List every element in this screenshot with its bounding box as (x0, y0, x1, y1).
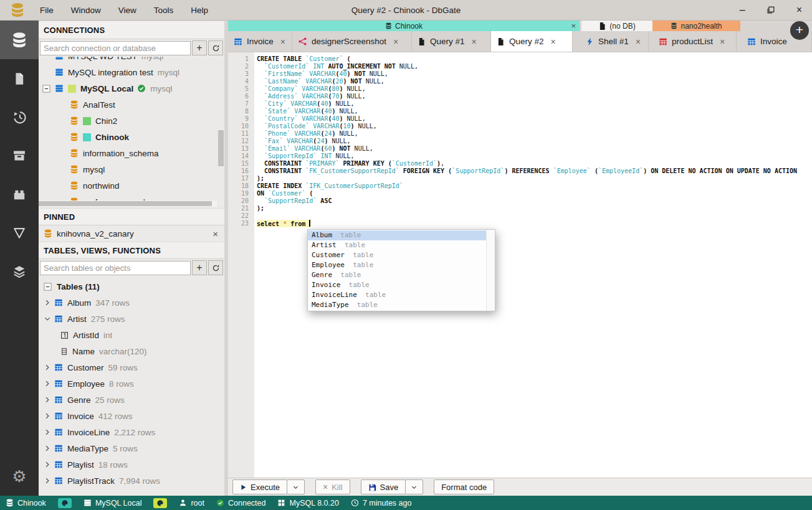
menu-file[interactable]: File (40, 6, 54, 15)
tab-group-no-db[interactable]: (no DB) (581, 21, 652, 31)
execute-button[interactable]: Execute (232, 479, 287, 494)
rail-databases[interactable] (0, 21, 39, 59)
autocomplete-item-genre[interactable]: Genre table (308, 270, 495, 280)
status-chinook[interactable]: Chinook (6, 499, 46, 508)
table-item-tables-11[interactable]: Tables (11) (39, 278, 224, 295)
menu-tools[interactable]: Tools (154, 6, 174, 15)
table-item-playlist[interactable]: Playlist18 rows (39, 456, 224, 473)
chevron-right-icon[interactable] (44, 396, 54, 404)
menu-help[interactable]: Help (191, 6, 208, 15)
connection-item-mysql-wd-test[interactable]: MYSQL WD TESTmysql (39, 57, 224, 64)
close-tab-icon[interactable]: × (551, 37, 556, 47)
rail-archive[interactable] (0, 136, 39, 175)
connection-item-analtest[interactable]: AnalTest (39, 97, 224, 113)
minimize-icon[interactable]: – (740, 5, 745, 15)
status-7-minutes-ago[interactable]: 7 minutes ago (351, 499, 412, 508)
table-item-artist[interactable]: Artist275 rows (39, 311, 224, 327)
status-root[interactable]: root (179, 499, 204, 508)
collapse-minus-icon[interactable] (42, 85, 50, 93)
rail-files[interactable] (0, 59, 39, 98)
autocomplete-item-invoice[interactable]: Invoice table (308, 280, 495, 290)
refresh-tables-button[interactable] (208, 260, 223, 275)
autocomplete-item-mediatype[interactable]: MediaType table (308, 300, 495, 310)
rail-query-designer[interactable] (0, 214, 39, 252)
autocomplete-item-artist[interactable]: Artist table (308, 240, 495, 250)
autocomplete-item-customer[interactable]: Customer table (308, 250, 495, 260)
menu-view[interactable]: View (118, 6, 136, 15)
table-item-invoiceline[interactable]: InvoiceLine2,212 rows (39, 424, 224, 440)
rail-cells[interactable] (0, 252, 39, 291)
table-item-employee[interactable]: Employee8 rows (39, 375, 224, 392)
collapse-minus-icon[interactable] (44, 283, 52, 291)
table-item-album[interactable]: Album347 rows (39, 295, 224, 311)
table-item-invoice[interactable]: Invoice412 rows (39, 408, 224, 424)
autocomplete-item-employee[interactable]: Employee table (308, 260, 495, 270)
add-connection-button[interactable]: + (192, 40, 207, 55)
connection-item-mysql[interactable]: mysql (39, 161, 224, 177)
connection-item-northwind[interactable]: northwind (39, 177, 224, 194)
close-tab-icon[interactable]: × (393, 37, 398, 47)
format-code-button[interactable]: Format code (434, 479, 494, 494)
chevron-right-icon[interactable] (44, 299, 54, 306)
tab-query-2[interactable]: Query #2× (491, 31, 573, 52)
chevron-right-icon[interactable] (44, 445, 54, 452)
close-tab-icon[interactable]: × (280, 37, 285, 47)
table-item-customer[interactable]: Customer59 rows (39, 359, 224, 375)
chevron-right-icon[interactable] (44, 477, 54, 484)
connection-item-mysql-local[interactable]: MySQL Localmysql (39, 80, 224, 97)
chevron-right-icon[interactable] (44, 364, 54, 371)
rail-settings[interactable]: ⚙ (0, 457, 39, 496)
chevron-right-icon[interactable] (44, 380, 54, 387)
connections-search-input[interactable] (40, 41, 191, 55)
chevron-right-icon[interactable] (44, 428, 54, 436)
connection-item-information-schema[interactable]: information_schema (39, 145, 224, 161)
rail-plugins[interactable] (0, 175, 39, 214)
close-group-icon[interactable]: × (571, 21, 576, 31)
menu-window[interactable]: Window (71, 6, 101, 15)
tab-group-chinook[interactable]: Chinook× (228, 21, 580, 31)
chevron-right-icon[interactable] (44, 461, 54, 468)
close-tab-icon[interactable]: × (472, 37, 477, 47)
tab-invoice[interactable]: Invoice× (228, 31, 292, 52)
status-mysql-local[interactable]: MySQL Local (84, 499, 142, 508)
table-item-playlisttrack[interactable]: PlaylistTrack7,994 rows (39, 473, 224, 489)
close-tab-icon[interactable]: × (720, 37, 725, 47)
close-icon[interactable]: × (796, 5, 802, 15)
new-tab-button[interactable]: + (790, 21, 809, 40)
autocomplete-item-album[interactable]: Album table (308, 230, 495, 240)
tables-search-input[interactable] (40, 261, 191, 275)
refresh-connections-button[interactable] (208, 40, 223, 55)
connection-item-chin2[interactable]: Chin2 (39, 113, 224, 129)
maximize-icon[interactable] (767, 6, 775, 14)
tab-shell-1[interactable]: Shell #1× (580, 31, 649, 52)
tab-productlist[interactable]: productList× (653, 31, 737, 52)
autocomplete-item-invoiceline[interactable]: InvoiceLine table (308, 290, 495, 300)
connections-vertical-scrollbar[interactable] (218, 130, 224, 166)
pinned-item-knihovna-v2-canary[interactable]: knihovna_v2_canary× (39, 225, 224, 242)
connections-header: CONNECTIONS (39, 21, 224, 39)
status-connected[interactable]: Connected (216, 499, 265, 508)
table-item-artistid[interactable]: ArtistIdint (39, 327, 224, 343)
tab-query-1[interactable]: Query #1× (412, 31, 491, 52)
chevron-down-icon[interactable] (44, 315, 54, 323)
table-item-mediatype[interactable]: MediaType5 rows (39, 440, 224, 456)
sql-editor[interactable]: 1234567891011121314151617181920212223 CR… (228, 52, 812, 478)
autocomplete-scrollbar[interactable] (486, 230, 495, 311)
table-item-genre[interactable]: Genre25 rows (39, 392, 224, 408)
table-item-name[interactable]: Namevarchar(120) (39, 343, 224, 359)
execute-options-button[interactable] (287, 479, 305, 494)
unpin-close-icon[interactable]: × (213, 229, 218, 239)
close-tab-icon[interactable]: × (636, 37, 641, 47)
connection-item-mysql-integration-test[interactable]: MySQL integration testmysql (39, 64, 224, 80)
tab-designerscreenshot[interactable]: designerScreenshot× (292, 31, 412, 52)
save-button[interactable]: Save (361, 479, 406, 494)
save-options-button[interactable] (405, 479, 423, 494)
kill-button[interactable]: ×Kill (315, 479, 350, 494)
tab-group-nano2health[interactable]: nano2health (652, 21, 740, 31)
rail-history[interactable] (0, 98, 39, 136)
connections-horizontal-scrollbar[interactable] (39, 201, 217, 207)
status-mysql-8-0-20[interactable]: MySQL 8.0.20 (277, 499, 338, 508)
chevron-right-icon[interactable] (44, 412, 54, 420)
connection-item-chinook[interactable]: Chinook (39, 129, 224, 145)
add-table-button[interactable]: + (192, 260, 207, 275)
